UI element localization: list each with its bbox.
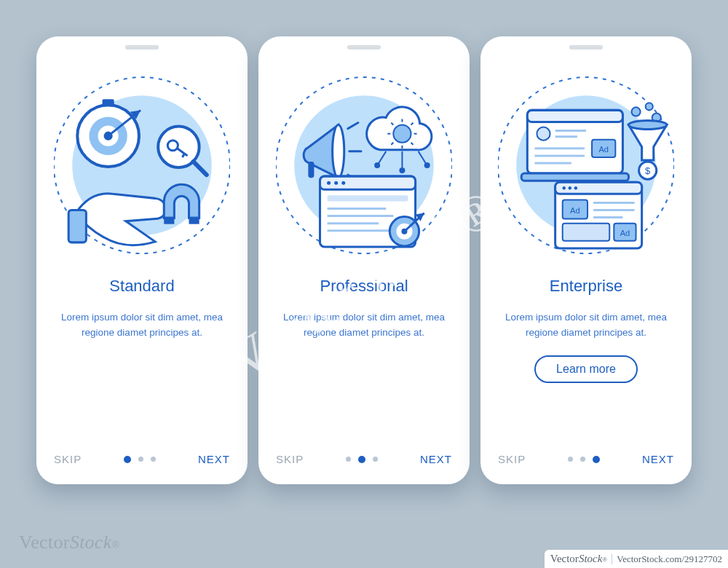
page-dot-1[interactable] [124, 456, 131, 463]
watermark-bottom-right: VectorStock® VectorStock.com/29127702 [545, 550, 728, 568]
screen-title: Standard [54, 277, 230, 296]
phone-screen-professional: Professional Lorem ipsum dolor sit dim a… [258, 36, 470, 484]
svg-point-19 [333, 125, 344, 178]
svg-rect-14 [68, 210, 86, 242]
illustration-standard [54, 60, 230, 271]
screen-title: Professional [276, 277, 452, 296]
svg-point-65 [646, 103, 653, 110]
svg-point-56 [537, 127, 550, 141]
watermark-bottom-left: VectorStock® [19, 532, 119, 553]
next-button[interactable]: NEXT [420, 453, 452, 465]
screen-footer: SKIP NEXT [276, 453, 452, 465]
svg-point-38 [327, 181, 331, 185]
page-dot-1[interactable] [568, 457, 573, 462]
screen-title: Enterprise [498, 277, 674, 296]
ad-window-icon: Ad Ad [555, 182, 642, 248]
page-dot-3[interactable] [593, 456, 600, 463]
onboarding-stage: Standard Lorem ipsum dolor sit dim amet,… [36, 36, 692, 484]
svg-rect-55 [521, 173, 628, 181]
phone-screen-standard: Standard Lorem ipsum dolor sit dim amet,… [36, 36, 248, 484]
svg-text:Ad: Ad [620, 229, 630, 237]
svg-rect-15 [164, 217, 174, 224]
svg-point-64 [632, 107, 641, 116]
svg-rect-41 [328, 195, 408, 201]
phone-notch [569, 45, 603, 50]
svg-text:$: $ [645, 165, 651, 176]
skip-button[interactable]: SKIP [276, 453, 304, 465]
svg-text:Ad: Ad [570, 206, 580, 215]
watermark-url: VectorStock.com/29127702 [617, 553, 722, 565]
page-dot-2[interactable] [580, 457, 585, 462]
next-button[interactable]: NEXT [642, 453, 674, 465]
illustration-professional [276, 60, 452, 271]
svg-text:Ad: Ad [598, 145, 609, 154]
svg-point-67 [628, 120, 666, 129]
svg-rect-20 [308, 162, 314, 178]
page-dot-3[interactable] [373, 457, 378, 462]
phone-screen-enterprise: Ad $ [480, 36, 692, 484]
screen-description: Lorem ipsum dolor sit dim amet, mea regi… [276, 310, 452, 341]
svg-point-40 [341, 181, 345, 185]
page-dot-2[interactable] [358, 456, 365, 463]
svg-point-71 [563, 186, 566, 189]
svg-point-39 [334, 181, 338, 185]
svg-point-31 [400, 168, 404, 173]
skip-button[interactable]: SKIP [498, 453, 526, 465]
svg-point-73 [574, 186, 577, 189]
svg-rect-70 [555, 182, 642, 194]
screen-description: Lorem ipsum dolor sit dim amet, mea regi… [498, 310, 674, 341]
browser-window-icon [320, 176, 424, 247]
screen-description: Lorem ipsum dolor sit dim amet, mea regi… [54, 310, 230, 341]
page-dot-2[interactable] [138, 457, 143, 462]
laptop-icon: Ad [521, 110, 628, 181]
svg-point-72 [569, 186, 571, 189]
screen-footer: SKIP NEXT [498, 453, 674, 465]
illustration-enterprise: Ad $ [498, 60, 674, 271]
learn-more-button[interactable]: Learn more [534, 355, 638, 383]
phone-notch [347, 45, 381, 50]
page-dot-3[interactable] [151, 457, 156, 462]
next-button[interactable]: NEXT [198, 453, 230, 465]
svg-rect-3 [103, 99, 114, 106]
phone-notch [125, 45, 159, 50]
svg-rect-16 [189, 217, 199, 224]
page-dots [346, 456, 378, 463]
svg-point-33 [375, 163, 379, 167]
svg-rect-79 [563, 224, 610, 241]
svg-point-35 [425, 163, 430, 167]
svg-rect-54 [527, 110, 622, 122]
screen-footer: SKIP NEXT [54, 453, 230, 465]
page-dots [568, 456, 600, 463]
page-dots [124, 456, 156, 463]
svg-point-21 [393, 125, 411, 143]
page-dot-1[interactable] [346, 457, 351, 462]
skip-button[interactable]: SKIP [54, 453, 82, 465]
